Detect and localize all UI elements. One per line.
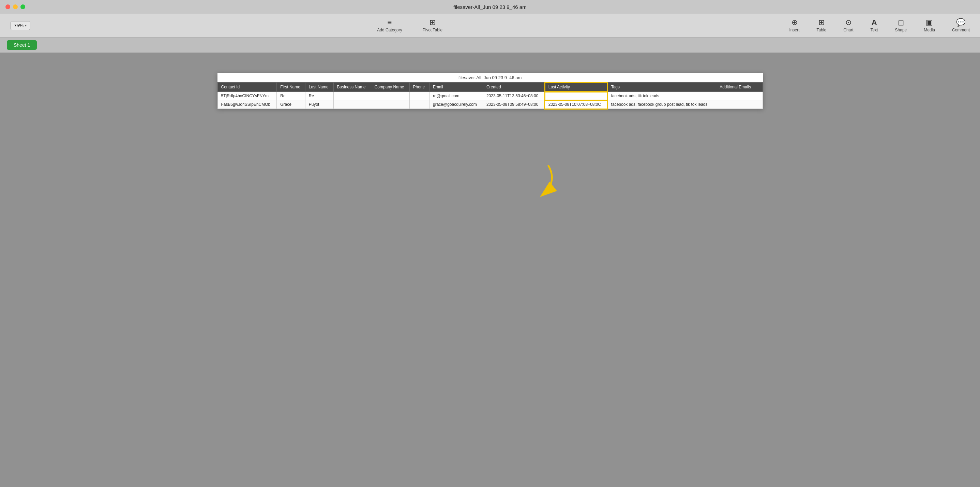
cell-created-1[interactable]: 2023-05-11T13:53:46+08:00: [483, 92, 545, 101]
pivot-table-button[interactable]: ⊞ Pivot Table: [423, 19, 442, 32]
table-button[interactable]: ⊞ Table: [817, 19, 827, 32]
cell-business-name-1[interactable]: [333, 92, 371, 101]
col-additional-emails: Additional Emails: [716, 83, 762, 92]
toolbar-right: ⊕ Insert ⊞ Table ⊙ Chart A Text ◻ Shape …: [789, 19, 970, 32]
media-label: Media: [924, 28, 935, 32]
title-bar: filesaver-All_Jun 09 23 9_46 am: [0, 0, 980, 14]
col-phone: Phone: [409, 83, 429, 92]
table-row: FasB5gwJq4SSIpEhCMOb Grace Puyot grace@g…: [218, 101, 762, 109]
col-created: Created: [483, 83, 545, 92]
arrow-annotation: [497, 162, 558, 203]
pivot-table-label: Pivot Table: [423, 28, 442, 32]
comment-button[interactable]: 💬 Comment: [952, 19, 970, 32]
cell-company-name-1[interactable]: [371, 92, 409, 101]
col-business-name: Business Name: [333, 83, 371, 92]
toolbar-left: 75% ▾: [10, 21, 30, 30]
minimize-button[interactable]: [13, 5, 18, 9]
zoom-button[interactable]: 75% ▾: [10, 21, 30, 30]
col-tags: Tags: [608, 83, 716, 92]
window-controls: [5, 5, 25, 9]
canvas: filesaver-All_Jun 09 23 9_46 am Contact …: [0, 53, 980, 487]
add-category-button[interactable]: ≡ Add Category: [377, 19, 402, 32]
zoom-chevron: ▾: [25, 24, 27, 27]
cell-first-name-1[interactable]: Re: [277, 92, 305, 101]
cell-additional-emails-1[interactable]: [716, 92, 762, 101]
cell-last-name-2[interactable]: Puyot: [305, 101, 333, 109]
cell-email-1[interactable]: re@gmail.com: [429, 92, 483, 101]
cell-tags-1[interactable]: facebook ads, tik tok leads: [608, 92, 716, 101]
table-header-row: Contact Id First Name Last Name Business…: [218, 83, 762, 92]
text-icon: A: [872, 19, 877, 26]
insert-button[interactable]: ⊕ Insert: [789, 19, 800, 32]
table-label: Table: [817, 28, 827, 32]
cell-first-name-2[interactable]: Grace: [277, 101, 305, 109]
media-button[interactable]: ▣ Media: [924, 19, 935, 32]
maximize-button[interactable]: [21, 5, 25, 9]
pivot-table-icon: ⊞: [430, 19, 436, 26]
col-first-name: First Name: [277, 83, 305, 92]
chart-button[interactable]: ⊙ Chart: [843, 19, 853, 32]
data-table: Contact Id First Name Last Name Business…: [218, 82, 763, 109]
toolbar: 75% ▾ ≡ Add Category ⊞ Pivot Table ⊕ Ins…: [0, 14, 980, 38]
add-category-icon: ≡: [388, 19, 392, 26]
table-icon: ⊞: [818, 19, 824, 26]
cell-last-activity-1[interactable]: [545, 92, 608, 101]
close-button[interactable]: [5, 5, 10, 9]
col-company-name: Company Name: [371, 83, 409, 92]
sheet-tab-1[interactable]: Sheet 1: [7, 40, 37, 50]
cell-last-name-1[interactable]: Re: [305, 92, 333, 101]
table-row: 5TjRdfp4hoCINCYsFNYm Re Re re@gmail.com …: [218, 92, 762, 101]
add-category-label: Add Category: [377, 28, 402, 32]
cell-email-2[interactable]: grace@goacquirely.com: [429, 101, 483, 109]
chart-icon: ⊙: [845, 19, 851, 26]
shape-button[interactable]: ◻ Shape: [895, 19, 907, 32]
cell-tags-2[interactable]: facebook ads, facebook group post lead, …: [608, 101, 716, 109]
chart-label: Chart: [843, 28, 853, 32]
cell-phone-1[interactable]: [409, 92, 429, 101]
text-button[interactable]: A Text: [870, 19, 878, 32]
spreadsheet-wrapper: filesaver-All_Jun 09 23 9_46 am Contact …: [218, 73, 763, 109]
insert-label: Insert: [789, 28, 800, 32]
cell-phone-2[interactable]: [409, 101, 429, 109]
text-label: Text: [870, 28, 878, 32]
col-last-activity: Last Activity: [545, 83, 608, 92]
comment-icon: 💬: [956, 19, 965, 26]
media-icon: ▣: [926, 19, 933, 26]
cell-additional-emails-2[interactable]: [716, 101, 762, 109]
shape-icon: ◻: [898, 19, 904, 26]
col-contact-id: Contact Id: [218, 83, 277, 92]
shape-label: Shape: [895, 28, 907, 32]
col-last-name: Last Name: [305, 83, 333, 92]
comment-label: Comment: [952, 28, 970, 32]
cell-company-name-2[interactable]: [371, 101, 409, 109]
zoom-level: 75%: [14, 23, 24, 28]
sheet-tab-bar: Sheet 1: [0, 38, 980, 53]
insert-icon: ⊕: [792, 19, 798, 26]
cell-contact-id-2[interactable]: FasB5gwJq4SSIpEhCMOb: [218, 101, 277, 109]
window-title: filesaver-All_Jun 09 23 9_46 am: [453, 4, 526, 10]
spreadsheet-title: filesaver-All_Jun 09 23 9_46 am: [218, 73, 763, 82]
toolbar-center: ≡ Add Category ⊞ Pivot Table: [44, 19, 776, 32]
cell-contact-id-1[interactable]: 5TjRdfp4hoCINCYsFNYm: [218, 92, 277, 101]
col-email: Email: [429, 83, 483, 92]
cell-business-name-2[interactable]: [333, 101, 371, 109]
cell-last-activity-2[interactable]: 2023-05-08T10:07:08+08:0C: [545, 101, 608, 109]
cell-created-2[interactable]: 2023-05-08T09:58:49+08:00: [483, 101, 545, 109]
